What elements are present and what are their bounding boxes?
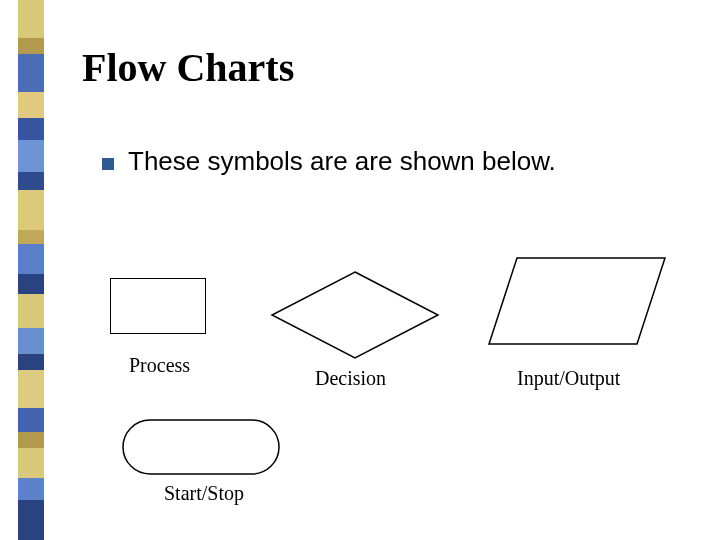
sidebar-block <box>18 244 44 274</box>
sidebar-block <box>18 294 44 328</box>
sidebar-block <box>18 274 44 294</box>
bullet-square-icon <box>102 158 114 170</box>
decision-label: Decision <box>315 367 386 390</box>
sidebar-block <box>18 190 44 230</box>
terminator-shape <box>121 418 281 476</box>
sidebar-block <box>18 500 44 540</box>
decorative-sidebar <box>18 0 44 540</box>
svg-marker-1 <box>489 258 665 344</box>
sidebar-block <box>18 328 44 354</box>
sidebar-block <box>18 172 44 190</box>
sidebar-block <box>18 448 44 478</box>
sidebar-block <box>18 38 44 54</box>
io-label: Input/Output <box>517 367 620 390</box>
sidebar-block <box>18 354 44 370</box>
sidebar-block <box>18 370 44 408</box>
sidebar-block <box>18 432 44 448</box>
body-text: These symbols are are shown below. <box>128 146 556 177</box>
svg-rect-2 <box>123 420 279 474</box>
sidebar-block <box>18 478 44 500</box>
sidebar-block <box>18 92 44 118</box>
page-title: Flow Charts <box>82 44 294 91</box>
process-rectangle-shape <box>110 278 206 334</box>
decision-diamond-shape <box>270 270 440 360</box>
sidebar-block <box>18 140 44 172</box>
sidebar-block <box>18 408 44 432</box>
io-parallelogram-shape <box>487 256 667 346</box>
sidebar-block <box>18 118 44 140</box>
svg-marker-0 <box>272 272 438 358</box>
sidebar-block <box>18 0 44 38</box>
sidebar-block <box>18 54 44 92</box>
startstop-label: Start/Stop <box>164 482 244 505</box>
process-label: Process <box>129 354 190 377</box>
sidebar-block <box>18 230 44 244</box>
